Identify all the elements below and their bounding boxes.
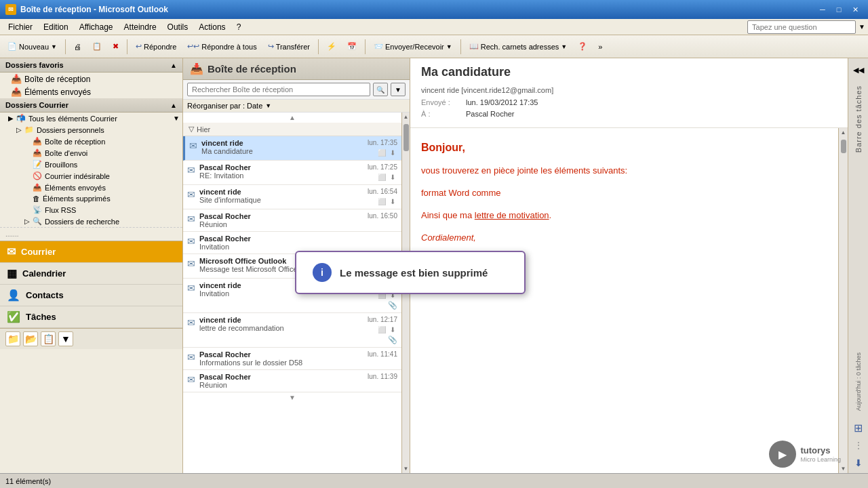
nav-new-folder-btn[interactable]: 📂: [23, 331, 38, 346]
email-item-3[interactable]: ✉ vincent ride Site d'informatique lun. …: [183, 185, 401, 209]
menu-fichier[interactable]: Fichier: [3, 21, 38, 33]
scroll-up-arrow[interactable]: ▲: [402, 113, 410, 121]
sidebar-calendar-icon[interactable]: ⊞: [851, 420, 866, 435]
nav-item-calendrier[interactable]: ▦ Calendrier: [0, 263, 182, 285]
menu-help[interactable]: ?: [231, 21, 247, 33]
filter-button[interactable]: ⚡: [322, 39, 341, 54]
window: ✉ Boîte de réception - Microsoft Outlook…: [0, 0, 868, 488]
reply-all-button[interactable]: ↩↩ Répondre à tous: [182, 39, 261, 54]
reply-icon: ↩: [136, 42, 142, 51]
email-time-4: lun. 16:50: [368, 212, 397, 220]
email-flag-1[interactable]: ⬜: [377, 148, 387, 157]
today-tasks-label: Aujourd'hui : 0 tâches: [852, 348, 865, 415]
email-content-3: vincent ride Site d'informatique: [199, 188, 363, 204]
notification-text: Le message est bien supprimé: [340, 267, 488, 279]
new-arrow-icon: ▼: [51, 43, 57, 50]
delete-button[interactable]: ✖: [108, 39, 123, 54]
email-flag-3[interactable]: ⬜: [377, 197, 387, 206]
sidebar-item-rss[interactable]: 📡 Flux RSS: [0, 204, 182, 216]
new-button[interactable]: 📄 Nouveau ▼: [3, 39, 62, 54]
email-delete-1[interactable]: ⬇: [388, 148, 397, 157]
email-flag-2[interactable]: ⬜: [377, 172, 387, 182]
sidebar-item-search[interactable]: ▷ 🔍 Dossiers de recherche: [0, 216, 182, 227]
email-item-8[interactable]: ✉ vincent ride lettre de recommandation …: [183, 313, 401, 348]
courrier-header[interactable]: Dossiers Courrier ▲: [0, 98, 182, 113]
email-item-4[interactable]: ✉ Pascal Rocher Réunion lun. 16:50: [183, 209, 401, 232]
address-book-button[interactable]: 📖 Rech. carnets adresses ▼: [465, 39, 572, 54]
email-delete-8[interactable]: ⬇: [388, 325, 397, 334]
maximize-button[interactable]: □: [831, 3, 846, 16]
print-button[interactable]: 🖨: [69, 40, 86, 54]
content-scroll-up[interactable]: ▲: [840, 128, 848, 137]
sidebar-item-junk[interactable]: 🚫 Courrier indésirable: [0, 170, 182, 182]
courrier-label: Dossiers Courrier: [5, 101, 68, 109]
move-icon: 📋: [92, 42, 102, 51]
sidebar-arrow-down-icon[interactable]: ⬇: [851, 455, 866, 470]
sidebar-item-sent-fav[interactable]: 📤 Éléments envoyés: [0, 85, 182, 98]
right-sidebar-collapse-btn[interactable]: ◀◀: [851, 62, 866, 77]
email-sender-5: Pascal Rocher: [199, 235, 397, 243]
favorites-header[interactable]: Dossiers favoris ▲: [0, 58, 182, 73]
email-search-input[interactable]: [187, 83, 370, 96]
nav-folder-btn[interactable]: 📁: [5, 331, 20, 346]
nav-settings-btn[interactable]: 📋: [41, 331, 56, 346]
email-from-row: vincent ride [vincent.ride12@gmail.com]: [421, 85, 837, 97]
menu-actions[interactable]: Actions: [193, 21, 231, 33]
sidebar-item-personal[interactable]: ▷ 📁 Dossiers personnels: [0, 124, 182, 136]
status-count: 11 élément(s): [5, 477, 51, 485]
nav-item-taches[interactable]: ✅ Tâches: [0, 306, 182, 328]
taches-nav-icon: ✅: [7, 310, 20, 323]
email-search-button[interactable]: 🔍: [373, 83, 388, 96]
help-button[interactable]: ❓: [573, 39, 592, 54]
sidebar-item-all-courrier[interactable]: ▶ 📬 Tous les éléments Courrier ▼: [0, 113, 182, 124]
menu-affichage[interactable]: Affichage: [74, 21, 119, 33]
minimize-button[interactable]: ─: [815, 3, 830, 16]
sidebar-item-outbox[interactable]: 📤 Boîte d'envoi: [0, 147, 182, 159]
attachment-icon-7: 📎: [388, 301, 397, 310]
nav-item-courrier[interactable]: ✉ Courrier: [0, 241, 182, 263]
menu-outils[interactable]: Outils: [162, 21, 194, 33]
sidebar-item-inbox-fav[interactable]: 📥 Boîte de réception: [0, 73, 182, 85]
tutorys-play-btn[interactable]: ▶: [769, 441, 796, 468]
nav-item-contacts[interactable]: 👤 Contacts: [0, 285, 182, 306]
email-icon-4: ✉: [187, 214, 195, 224]
email-item-1[interactable]: ✉ vincent ride Ma candidature lun. 17:35…: [183, 136, 401, 161]
sidebar-item-inbox[interactable]: 📥 Boîte de réception: [0, 136, 182, 147]
calendar-btn[interactable]: 📅: [342, 39, 361, 54]
email-item-9[interactable]: ✉ Pascal Rocher Informations sur le doss…: [183, 348, 401, 370]
tutorys-watermark: ▶ tutorys Micro Learning: [769, 441, 841, 468]
email-item-2[interactable]: ✉ Pascal Rocher RE: Invitation lun. 17:2…: [183, 161, 401, 185]
nav-arrow-btn[interactable]: ▼: [58, 331, 73, 346]
more-button[interactable]: »: [593, 40, 607, 54]
scroll-thumb[interactable]: [403, 124, 409, 151]
email-delete-3[interactable]: ⬇: [388, 197, 397, 206]
email-search-arrow[interactable]: ▼: [391, 83, 406, 96]
content-scrollbar[interactable]: ▲ ▼: [838, 128, 848, 473]
forward-button[interactable]: ↪ Transférer: [263, 39, 315, 54]
email-item-10[interactable]: ✉ Pascal Rocher Réunion lun. 11:39: [183, 370, 401, 392]
window-title: Boîte de réception - Microsoft Outlook: [20, 5, 168, 14]
menu-edition[interactable]: Edition: [38, 21, 74, 33]
sidebar-item-deleted[interactable]: 🗑 Éléments supprimés: [0, 193, 182, 204]
all-courrier-icon: 📬: [16, 114, 26, 123]
reply-button[interactable]: ↩ Répondre: [131, 39, 181, 54]
menu-atteindre[interactable]: Atteindre: [119, 21, 162, 33]
scroll-up-btn[interactable]: ▲: [183, 113, 401, 123]
email-sender-9: Pascal Rocher: [199, 350, 363, 359]
sidebar-item-sent[interactable]: 📤 Éléments envoyés: [0, 182, 182, 193]
calendrier-nav-label: Calendrier: [22, 268, 66, 279]
left-sidebar: Dossiers favoris ▲ 📥 Boîte de réception …: [0, 58, 183, 473]
question-input[interactable]: [747, 20, 856, 34]
move-button[interactable]: 📋: [87, 39, 106, 54]
address-book-arrow-icon: ▼: [561, 43, 567, 50]
close-button[interactable]: ✕: [848, 3, 863, 16]
scroll-down-arrow[interactable]: ▼: [402, 464, 410, 473]
sidebar-item-drafts[interactable]: 📝 Brouillons: [0, 159, 182, 170]
content-scroll-thumb[interactable]: [841, 140, 846, 153]
email-delete-2[interactable]: ⬇: [388, 172, 397, 182]
email-flag-8[interactable]: ⬜: [377, 325, 387, 334]
email-icon-2: ✉: [187, 165, 195, 176]
send-receive-button[interactable]: 📨 Envoyer/Recevoir ▼: [369, 39, 457, 54]
scroll-down-btn[interactable]: ▼: [183, 392, 401, 403]
motivation-link[interactable]: lettre de motivation: [475, 210, 549, 220]
